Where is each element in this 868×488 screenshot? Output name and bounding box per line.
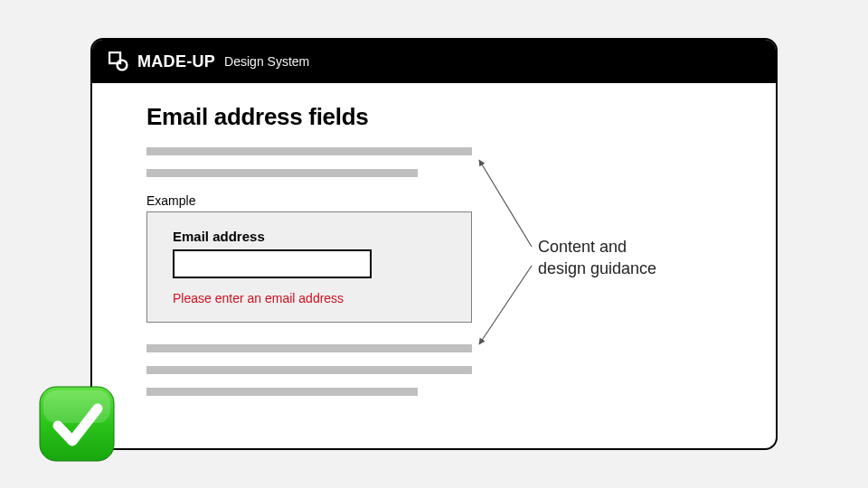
window-titlebar: MADE-UP Design System <box>92 40 776 83</box>
annotation-label: Content and design guidance <box>538 236 656 280</box>
brand-logo-icon <box>108 52 128 71</box>
annotation-line2: design guidance <box>538 258 656 279</box>
placeholder-text-line <box>146 388 418 396</box>
checkmark-icon <box>38 385 116 463</box>
placeholder-block <box>146 344 722 396</box>
email-field-label: Email address <box>173 229 446 244</box>
svg-point-1 <box>118 61 127 70</box>
brand-subtitle: Design System <box>224 54 309 69</box>
example-heading: Example <box>146 193 722 208</box>
placeholder-text-line <box>146 344 472 352</box>
placeholder-text-line <box>146 147 472 155</box>
page-title: Email address fields <box>146 103 722 131</box>
doc-window: MADE-UP Design System Email address fiel… <box>90 38 778 450</box>
example-panel: Email address Please enter an email addr… <box>146 211 472 323</box>
document-body: Email address fields Example Email addre… <box>92 83 776 396</box>
email-field[interactable] <box>173 249 372 278</box>
placeholder-text-line <box>146 169 418 177</box>
email-error-message: Please enter an email address <box>173 291 446 305</box>
brand-name: MADE-UP <box>137 52 215 71</box>
annotation-line1: Content and <box>538 236 656 258</box>
placeholder-text-line <box>146 366 472 374</box>
